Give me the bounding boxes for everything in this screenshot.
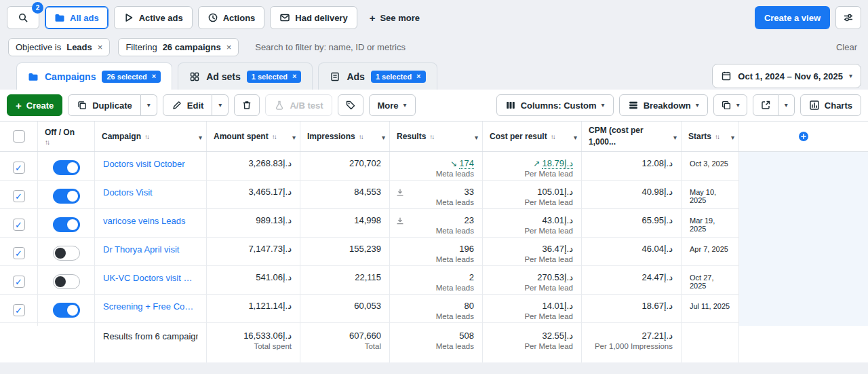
filter-had-delivery[interactable]: Had delivery [270, 6, 357, 29]
layers-menu-button[interactable]: ▾ [713, 94, 747, 116]
clear-filters-button[interactable]: Clear [836, 42, 857, 52]
remove-filter-icon[interactable]: × [226, 43, 232, 52]
create-view-button[interactable]: Create a view [755, 6, 830, 29]
action-toolbar: + Create Duplicate ▾ Edit [0, 90, 868, 121]
copy-icon [77, 100, 87, 111]
campaign-link[interactable]: UK-VC Doctors visit No… [103, 270, 198, 283]
table-header-row: Off / On ↑↓ Campaign ↑↓ ▾ Amount spent ↑… [0, 121, 868, 152]
campaign-toggle[interactable] [53, 246, 80, 261]
clear-selection-icon[interactable]: × [152, 73, 156, 80]
charts-button[interactable]: Charts [800, 94, 861, 116]
view-settings-button[interactable] [835, 6, 861, 29]
column-header-cost-per-result[interactable]: Cost per result ↑↓ ▾ [483, 121, 582, 151]
filter-search-input[interactable] [255, 42, 472, 52]
table-row: UK-VC Doctors visit No… 541.06د.إ 22,115… [0, 266, 868, 295]
filter-chip-objective[interactable]: Objective is Leads × [8, 38, 110, 56]
row-checkbox[interactable] [13, 162, 25, 174]
campaign-link[interactable]: varicose veins Leads [103, 213, 198, 226]
calendar-icon [721, 71, 732, 81]
chevron-down-icon[interactable]: ▾ [292, 134, 296, 141]
chart-icon [809, 100, 820, 111]
table-row: Doctors Visit 3,465.17د.إ 84,553 33 Meta… [0, 181, 868, 209]
breakdown-button[interactable]: Breakdown ▾ [619, 94, 708, 116]
table-row: Dr Thorya April visit 7,147.73د.إ 155,23… [0, 238, 868, 266]
add-column-header-cell [739, 121, 868, 151]
campaign-toggle[interactable] [53, 303, 80, 318]
edit-button[interactable]: Edit [163, 94, 213, 116]
sliders-icon [843, 12, 854, 23]
campaign-link[interactable]: Dr Thorya April visit [103, 242, 198, 255]
export-menu-button[interactable]: ▾ [778, 94, 795, 116]
duplicate-menu-button[interactable]: ▾ [141, 94, 157, 116]
grid-icon [189, 71, 200, 82]
campaign-toggle[interactable] [53, 160, 80, 175]
row-checkbox[interactable] [13, 219, 25, 231]
row-checkbox[interactable] [13, 276, 25, 288]
export-split-button: ▾ [753, 94, 795, 116]
select-all-checkbox[interactable] [13, 130, 25, 143]
tab-ad-sets[interactable]: Ad sets 1 selected × [178, 62, 313, 90]
add-column-icon[interactable] [798, 131, 809, 142]
pencil-icon [172, 100, 182, 111]
table-row: varicose veins Leads 989.13د.إ 14,998 23… [0, 209, 868, 238]
column-header-starts[interactable]: Starts ↑↓ ▾ [682, 121, 739, 151]
column-header-campaign[interactable]: Campaign ↑↓ ▾ [95, 121, 207, 151]
column-header-cpm[interactable]: CPM (cost per 1,000... ▾ [582, 121, 682, 151]
column-header-results[interactable]: Results ↑↓ ▾ [390, 121, 483, 151]
row-checkbox[interactable] [13, 190, 25, 202]
chevron-down-icon[interactable]: ▾ [731, 134, 734, 141]
chevron-down-icon[interactable]: ▾ [199, 134, 202, 141]
filter-all-ads[interactable]: All ads [45, 6, 108, 29]
play-icon [123, 12, 134, 23]
envelope-icon [279, 12, 290, 23]
search-button[interactable]: 2 [7, 6, 39, 29]
search-filter-count-badge: 2 [32, 2, 43, 14]
row-checkbox[interactable] [13, 304, 25, 316]
chevron-down-icon[interactable]: ▾ [475, 134, 478, 141]
create-button[interactable]: + Create [7, 94, 62, 116]
clear-selection-icon[interactable]: × [292, 73, 296, 80]
chevron-down-icon[interactable]: ▾ [574, 134, 577, 141]
download-report-icon[interactable] [395, 188, 405, 198]
filter-actions[interactable]: Actions [198, 6, 265, 29]
trash-icon [241, 100, 252, 111]
rows-icon [628, 100, 639, 111]
columns-icon [505, 100, 516, 111]
campaign-link[interactable]: Screening + Free Cons… [103, 299, 198, 312]
see-more-button[interactable]: + See more [363, 6, 427, 29]
column-header-impressions[interactable]: Impressions ↑↓ ▾ [300, 121, 390, 151]
columns-button[interactable]: Columns: Custom ▾ [496, 94, 614, 116]
more-button[interactable]: More ▾ [369, 94, 416, 116]
filter-active-ads[interactable]: Active ads [114, 6, 193, 29]
campaign-link[interactable]: Doctors visit October [103, 156, 198, 169]
tab-ads[interactable]: Ads 1 selected × [318, 62, 437, 90]
search-icon [18, 12, 28, 23]
column-header-off-on[interactable]: Off / On ↑↓ [38, 121, 95, 151]
campaign-toggle[interactable] [53, 217, 80, 232]
chevron-down-icon[interactable]: ▾ [382, 134, 385, 141]
ab-test-button[interactable]: A/B test [265, 94, 332, 116]
content-panel: + Create Duplicate ▾ Edit [0, 90, 868, 362]
delete-button[interactable] [234, 94, 260, 116]
selected-count-badge: 1 selected × [371, 71, 426, 83]
campaign-toggle[interactable] [53, 274, 80, 289]
campaign-toggle[interactable] [53, 189, 80, 204]
filter-chip-campaigns[interactable]: Filtering 26 campaigns × [118, 38, 239, 56]
ads-manager-screen: 2 All ads Active ads Actions Had deliver… [0, 0, 868, 374]
duplicate-button[interactable]: Duplicate [68, 94, 141, 116]
date-range-picker[interactable]: Oct 1, 2024 – Nov 6, 2025 ▾ [712, 64, 861, 88]
tag-button[interactable] [338, 94, 363, 116]
tab-campaigns[interactable]: Campaigns 26 selected × [16, 62, 172, 90]
edit-menu-button[interactable]: ▾ [212, 94, 229, 116]
campaign-link[interactable]: Doctors Visit [103, 185, 198, 198]
selected-count-badge: 1 selected × [247, 71, 302, 83]
export-button[interactable] [753, 94, 778, 116]
sort-icon: ↑↓ [359, 133, 363, 141]
remove-filter-icon[interactable]: × [98, 43, 103, 52]
clear-selection-icon[interactable]: × [416, 73, 420, 80]
row-checkbox[interactable] [13, 247, 25, 259]
download-report-icon[interactable] [395, 217, 405, 226]
column-header-amount-spent[interactable]: Amount spent ↑↓ ▾ [207, 121, 300, 151]
chevron-down-icon[interactable]: ▾ [673, 134, 677, 141]
sort-icon: ↑↓ [429, 133, 433, 141]
